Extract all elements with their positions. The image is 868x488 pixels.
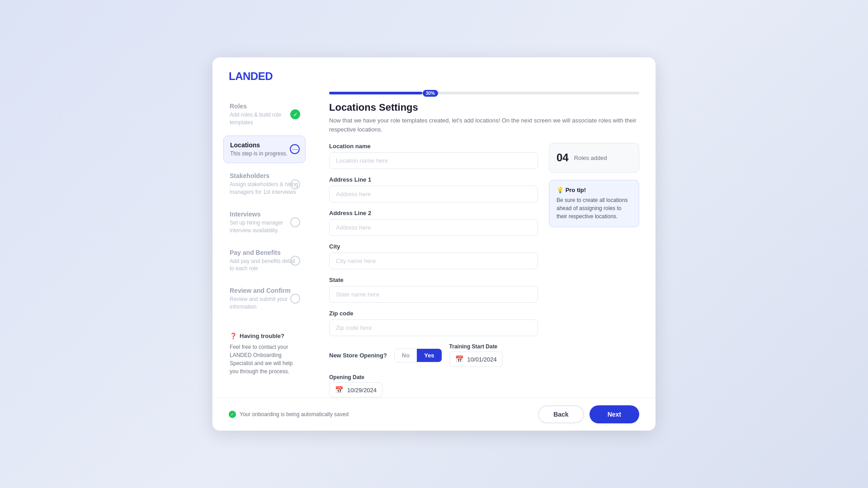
auto-save-indicator: ✓ Your onboarding is being automatically… xyxy=(229,411,349,418)
main-content: 30% Locations Settings Now that we have … xyxy=(316,83,656,398)
sidebar-item-review-title: Review and Confirm xyxy=(230,287,299,294)
form-grid: Location name Address Line 1 Address Lin… xyxy=(329,143,639,398)
back-button[interactable]: Back xyxy=(538,405,584,423)
zip-group: Zip code xyxy=(329,310,538,336)
form-left: Location name Address Line 1 Address Lin… xyxy=(329,143,538,398)
sidebar-item-stakeholders-title: Stakeholders xyxy=(230,172,299,179)
pro-tip-icon: 💡 xyxy=(557,187,564,193)
page-title: Locations Settings xyxy=(329,102,639,113)
sidebar-item-interviews-title: Interviews xyxy=(230,211,299,218)
sidebar-item-pay-benefits-title: Pay and Benefits xyxy=(230,249,299,256)
modal-header: LANDED xyxy=(212,57,656,83)
progress-bar-bg: 30% xyxy=(329,92,639,94)
city-group: City xyxy=(329,243,538,269)
city-input[interactable] xyxy=(329,253,538,269)
interviews-status-icon xyxy=(290,217,300,227)
sidebar-item-review[interactable]: Review and Confirm Review and submit you… xyxy=(223,282,306,316)
training-date-group: Training Start Date 📅 10/01/2024 xyxy=(449,343,503,367)
address2-label: Address Line 2 xyxy=(329,210,538,216)
footer-actions: Back Next xyxy=(538,405,639,423)
pro-tip-title: 💡 Pro tip! xyxy=(557,187,632,193)
save-dot-icon: ✓ xyxy=(229,411,236,418)
sidebar-item-review-desc: Review and submit your information xyxy=(230,296,299,311)
progress-bar-fill xyxy=(329,92,422,94)
opening-date-value: 10/29/2024 xyxy=(347,387,377,394)
pro-tip-text: Be sure to create all locations ahead of… xyxy=(557,196,632,221)
training-calendar-icon: 📅 xyxy=(455,355,464,363)
opening-date-group: Opening Date 📅 10/29/2024 xyxy=(329,374,382,398)
location-name-input[interactable] xyxy=(329,152,538,169)
sidebar-item-locations-desc: This step is in progress. xyxy=(230,150,299,158)
pro-tip-card: 💡 Pro tip! Be sure to create all locatio… xyxy=(549,180,639,227)
review-status-icon xyxy=(290,294,300,304)
toggle-group: No Yes xyxy=(394,348,442,362)
toggle-yes-button[interactable]: Yes xyxy=(417,349,441,362)
zip-label: Zip code xyxy=(329,310,538,317)
pay-benefits-status-icon xyxy=(290,256,300,266)
new-store-opening-label: New Store Opening? xyxy=(329,352,387,359)
location-name-group: Location name xyxy=(329,143,538,169)
stakeholders-status-icon xyxy=(290,179,300,189)
help-title: ❓ Having trouble? xyxy=(230,333,299,339)
address1-input[interactable] xyxy=(329,186,538,202)
address1-group: Address Line 1 xyxy=(329,176,538,202)
roles-status-icon: ✓ xyxy=(290,109,300,119)
sidebar-item-locations[interactable]: Locations This step is in progress. ⋯ xyxy=(223,136,306,164)
training-date-value: 10/01/2024 xyxy=(467,356,497,363)
auto-save-text: Your onboarding is being automatically s… xyxy=(240,411,349,418)
page-desc: Now that we have your role templates cre… xyxy=(329,116,639,134)
help-text: Feel free to contact your LANDED Onboard… xyxy=(230,343,299,375)
opening-date-label: Opening Date xyxy=(329,374,382,380)
state-group: State xyxy=(329,277,538,303)
modal-body: Roles Add roles & build role templates ✓… xyxy=(212,83,656,398)
sidebar-item-roles-desc: Add roles & build role templates xyxy=(230,111,299,127)
sidebar: Roles Add roles & build role templates ✓… xyxy=(212,83,316,398)
locations-status-icon: ⋯ xyxy=(290,144,300,154)
training-date-input[interactable]: 📅 10/01/2024 xyxy=(449,352,503,367)
help-section: ❓ Having trouble? Feel free to contact y… xyxy=(223,327,306,381)
location-name-label: Location name xyxy=(329,143,538,150)
sidebar-item-pay-benefits[interactable]: Pay and Benefits Add pay and benefits de… xyxy=(223,244,306,278)
sidebar-item-interviews[interactable]: Interviews Set up hiring manager intervi… xyxy=(223,205,306,240)
sidebar-item-stakeholders[interactable]: Stakeholders Assign stakeholders & hirin… xyxy=(223,167,306,202)
roles-count: 04 xyxy=(557,151,569,164)
sidebar-item-locations-title: Locations xyxy=(230,141,299,149)
toggle-no-button[interactable]: No xyxy=(395,349,417,362)
training-date-label: Training Start Date xyxy=(449,343,503,350)
main-modal: LANDED Roles Add roles & build role temp… xyxy=(212,57,656,431)
form-right: 04 Roles added 💡 Pro tip! Be sure to cre… xyxy=(549,143,639,398)
pro-tip-title-text: Pro tip! xyxy=(566,187,586,193)
modal-footer: ✓ Your onboarding is being automatically… xyxy=(212,398,656,431)
logo[interactable]: LANDED xyxy=(229,70,273,82)
state-input[interactable] xyxy=(329,286,538,303)
form-area: Locations Settings Now that we have your… xyxy=(329,102,639,398)
next-button[interactable]: Next xyxy=(590,405,639,423)
sidebar-item-pay-benefits-desc: Add pay and benefits detail to each role xyxy=(230,258,299,273)
opening-calendar-icon: 📅 xyxy=(335,386,344,394)
roles-label: Roles added xyxy=(574,155,607,161)
zip-input[interactable] xyxy=(329,319,538,336)
sidebar-item-stakeholders-desc: Assign stakeholders & hiring managers fo… xyxy=(230,181,299,196)
progress-container: 30% xyxy=(329,83,639,102)
store-opening-row: New Store Opening? No Yes Training Start… xyxy=(329,343,538,398)
city-label: City xyxy=(329,243,538,250)
state-label: State xyxy=(329,277,538,283)
address2-input[interactable] xyxy=(329,219,538,236)
address2-group: Address Line 2 xyxy=(329,210,538,236)
question-icon: ❓ xyxy=(230,333,237,339)
roles-added-card: 04 Roles added xyxy=(549,143,639,173)
sidebar-item-interviews-desc: Set up hiring manager interview availabi… xyxy=(230,219,299,235)
sidebar-item-roles-title: Roles xyxy=(230,103,299,110)
sidebar-item-roles[interactable]: Roles Add roles & build role templates ✓ xyxy=(223,97,306,132)
progress-label: 30% xyxy=(423,90,438,97)
address1-label: Address Line 1 xyxy=(329,176,538,183)
opening-date-input[interactable]: 📅 10/29/2024 xyxy=(329,382,382,398)
